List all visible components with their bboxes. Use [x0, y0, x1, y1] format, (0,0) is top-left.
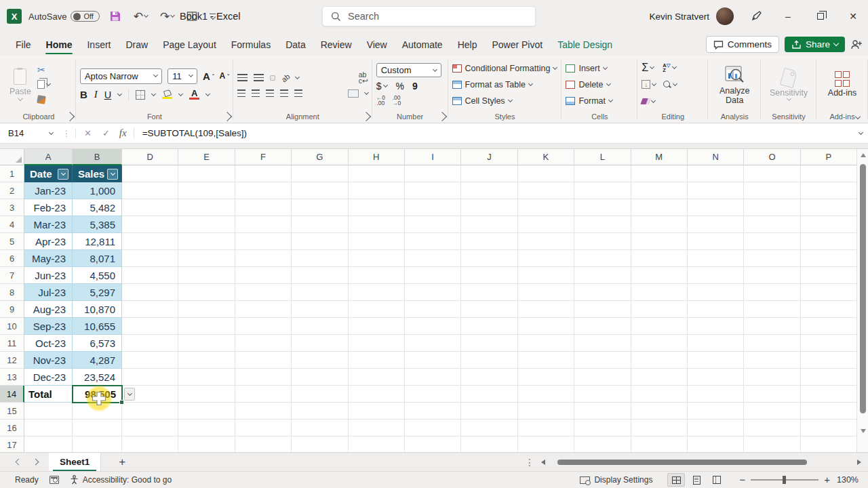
borders-button[interactable]: [136, 90, 145, 100]
cell-E2[interactable]: [178, 182, 235, 199]
zoom-out-button[interactable]: −: [739, 476, 745, 483]
cell-K15[interactable]: [518, 403, 574, 420]
cell-F6[interactable]: [235, 250, 292, 267]
filter-button-date[interactable]: [58, 169, 68, 180]
copy-button[interactable]: [35, 78, 52, 92]
cell-G6[interactable]: [292, 250, 348, 267]
row-header-16[interactable]: 16: [0, 420, 24, 436]
confirm-entry-button[interactable]: ✓: [97, 128, 115, 138]
cell-N16[interactable]: [688, 420, 744, 436]
zoom-slider-thumb[interactable]: [783, 476, 786, 484]
cell-D16[interactable]: [122, 420, 178, 436]
cell-O8[interactable]: [744, 284, 800, 301]
person-add-icon[interactable]: [850, 39, 863, 50]
share-button[interactable]: Share: [785, 37, 845, 52]
table-cell-B12[interactable]: 4,287: [73, 352, 122, 369]
cell-P5[interactable]: [801, 233, 857, 250]
dialog-launcher-icon[interactable]: [361, 112, 371, 121]
table-cell-B11[interactable]: 6,573: [73, 335, 122, 352]
formula-input[interactable]: =SUBTOTAL(109,[Sales]): [134, 128, 247, 138]
column-header-B[interactable]: B: [73, 149, 122, 165]
cell-K8[interactable]: [518, 284, 574, 301]
table-cell-A6[interactable]: May-23: [24, 250, 73, 267]
cell-I5[interactable]: [405, 233, 461, 250]
cell-K14[interactable]: [518, 386, 574, 403]
scroll-right-icon[interactable]: [857, 460, 861, 465]
column-header-I[interactable]: I: [405, 149, 461, 165]
cell-H4[interactable]: [349, 216, 405, 233]
cell-D3[interactable]: [122, 199, 178, 216]
insert-cells-button[interactable]: Insert: [566, 61, 612, 76]
tab-table-design[interactable]: Table Design: [550, 35, 620, 56]
cell-O4[interactable]: [744, 216, 800, 233]
cell-F4[interactable]: [235, 216, 292, 233]
cell-D6[interactable]: [122, 250, 178, 267]
comments-button[interactable]: Comments: [706, 36, 779, 53]
cell-E11[interactable]: [178, 335, 235, 352]
cell-K17[interactable]: [518, 436, 574, 452]
cell-L15[interactable]: [574, 403, 631, 420]
cell-K7[interactable]: [518, 267, 574, 284]
cell-N1[interactable]: [688, 165, 744, 182]
close-button[interactable]: ✕: [838, 0, 868, 33]
cell-F16[interactable]: [235, 420, 292, 436]
cell-N17[interactable]: [688, 436, 744, 452]
cell-J14[interactable]: [461, 386, 517, 403]
cell-G4[interactable]: [292, 216, 348, 233]
cell-N9[interactable]: [688, 301, 744, 318]
cell-A17[interactable]: [24, 436, 73, 452]
cell-D12[interactable]: [122, 352, 178, 369]
scroll-left-icon[interactable]: [541, 460, 545, 465]
cell-N8[interactable]: [688, 284, 744, 301]
total-label-cell[interactable]: Total: [24, 386, 73, 403]
align-left-button[interactable]: [237, 89, 245, 97]
cell-I4[interactable]: [405, 216, 461, 233]
cell-O2[interactable]: [744, 182, 800, 199]
column-header-D[interactable]: D: [122, 149, 178, 165]
cell-G3[interactable]: [292, 199, 348, 216]
total-row-dropdown-button[interactable]: [124, 388, 135, 401]
column-header-M[interactable]: M: [631, 149, 688, 165]
cell-H17[interactable]: [349, 436, 405, 452]
cell-O16[interactable]: [744, 420, 800, 436]
cell-I17[interactable]: [405, 436, 461, 452]
delete-cells-button[interactable]: Delete: [566, 77, 612, 92]
align-right-button[interactable]: [266, 89, 274, 97]
filter-button-sales[interactable]: [107, 169, 118, 180]
dialog-launcher-icon[interactable]: [437, 112, 447, 121]
cell-M10[interactable]: [631, 318, 688, 335]
table-cell-A10[interactable]: Sep-23: [24, 318, 73, 335]
cell-N6[interactable]: [688, 250, 744, 267]
cell-F8[interactable]: [235, 284, 292, 301]
italic-button[interactable]: I: [94, 89, 98, 100]
table-header-cell-sales[interactable]: Sales: [73, 165, 122, 182]
row-header-13[interactable]: 13: [0, 369, 24, 386]
cell-H6[interactable]: [349, 250, 405, 267]
cell-N2[interactable]: [688, 182, 744, 199]
tab-view[interactable]: View: [359, 35, 395, 56]
cell-F13[interactable]: [235, 369, 292, 386]
cell-H16[interactable]: [349, 420, 405, 436]
vertical-scrollbar[interactable]: [856, 149, 868, 452]
cell-K10[interactable]: [518, 318, 574, 335]
cell-styles-button[interactable]: Cell Styles: [452, 94, 557, 108]
tab-power-pivot[interactable]: Power Pivot: [484, 35, 550, 56]
comma-style-button[interactable]: 9: [412, 81, 418, 92]
cell-D7[interactable]: [122, 267, 178, 284]
cut-button[interactable]: ✂: [35, 63, 52, 77]
cell-F9[interactable]: [235, 301, 292, 318]
number-format-select[interactable]: Custom: [376, 63, 441, 77]
page-break-view-button[interactable]: [708, 473, 726, 487]
sensitivity-button[interactable]: Sensitivity: [766, 69, 812, 100]
dialog-launcher-icon[interactable]: [222, 112, 232, 121]
cell-N5[interactable]: [688, 233, 744, 250]
horizontal-scrollbar[interactable]: [552, 458, 850, 466]
cell-K13[interactable]: [518, 369, 574, 386]
cell-L5[interactable]: [574, 233, 631, 250]
cell-G11[interactable]: [292, 335, 348, 352]
table-cell-A2[interactable]: Jan-23: [24, 182, 73, 199]
cell-H5[interactable]: [349, 233, 405, 250]
restore-button[interactable]: [806, 0, 835, 33]
cell-F14[interactable]: [235, 386, 292, 403]
addins-button[interactable]: Add-ins: [824, 71, 861, 98]
